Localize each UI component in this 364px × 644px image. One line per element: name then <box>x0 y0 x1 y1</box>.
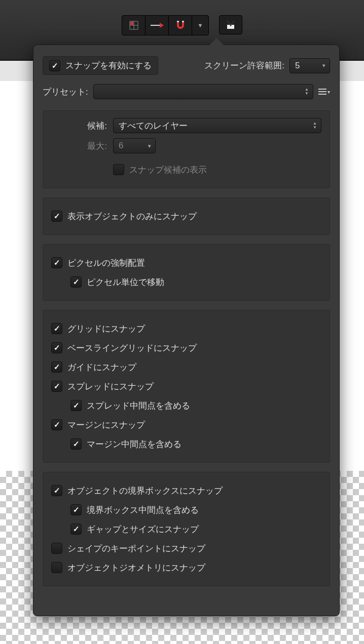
snap-margins-checkbox[interactable] <box>51 419 62 430</box>
svg-rect-9 <box>177 21 179 22</box>
tolerance-label: スクリーン許容範囲: <box>204 60 284 71</box>
max-label: 最大: <box>51 140 107 152</box>
spread-midpoint-checkbox[interactable] <box>70 400 82 411</box>
assistant-button[interactable] <box>219 15 242 34</box>
svg-marker-8 <box>160 23 164 28</box>
arrow-snap-icon <box>151 21 164 29</box>
chevron-down-icon: ▼ <box>198 22 203 28</box>
snap-gaps-label: ギャップとサイズにスナップ <box>87 524 199 535</box>
snap-tool-group: ▼ <box>122 15 209 35</box>
tolerance-value: 5 <box>295 61 300 71</box>
tuxedo-icon <box>226 20 235 30</box>
svg-rect-6 <box>130 22 133 25</box>
grid-button[interactable] <box>122 16 145 35</box>
snap-gaps-checkbox[interactable] <box>70 524 82 535</box>
updown-icon: ▲▼ <box>305 88 309 96</box>
bbox-midpoint-label: 境界ボックス中間点を含める <box>87 504 199 516</box>
visible-only-label: 表示オブジェクトのみにスナップ <box>67 211 197 222</box>
snap-dropdown-button[interactable]: ▼ <box>192 16 208 35</box>
enable-snapping-container: スナップを有効にする <box>43 56 158 75</box>
candidates-section: 候補: すべてのレイヤー ▲▼ 最大: 6 スナップ候補の表示 <box>43 110 330 188</box>
spread-midpoint-label: スプレッド中間点を含める <box>87 400 190 412</box>
snap-geometry-checkbox[interactable] <box>51 562 62 573</box>
candidates-select[interactable]: すべてのレイヤー ▲▼ <box>113 118 321 133</box>
toolbar: ▼ <box>0 15 364 35</box>
max-select[interactable]: 6 <box>113 138 156 153</box>
snap-baseline-checkbox[interactable] <box>51 342 62 353</box>
tolerance-select[interactable]: 5 <box>289 58 330 73</box>
preset-menu-button[interactable]: ▾ <box>318 89 330 95</box>
snap-grid-checkbox[interactable] <box>51 323 62 334</box>
object-snap-section: オブジェクトの境界ボックスにスナップ 境界ボックス中間点を含める ギャップとサイ… <box>43 472 330 586</box>
candidates-label: 候補: <box>51 120 107 132</box>
force-pixel-checkbox[interactable] <box>51 257 62 268</box>
pixel-section: ピクセルの強制配置 ピクセル単位で移動 <box>43 244 330 301</box>
svg-rect-10 <box>182 21 184 22</box>
snap-margins-label: マージンにスナップ <box>67 419 145 431</box>
snap-guides-checkbox[interactable] <box>51 361 62 373</box>
grid-icon <box>129 20 139 30</box>
snapping-popover: スナップを有効にする スクリーン許容範囲: 5 プリセット: ▲▼ ▾ 候補: … <box>33 45 340 616</box>
max-value: 6 <box>119 141 123 151</box>
updown-icon: ▲▼ <box>313 122 317 130</box>
force-pixel-label: ピクセルの強制配置 <box>67 257 145 269</box>
snap-keypoints-label: シェイプのキーポイントにスナップ <box>67 543 205 554</box>
snap-bbox-checkbox[interactable] <box>51 485 62 496</box>
snap-guides-label: ガイドにスナップ <box>67 361 136 373</box>
show-candidates-checkbox[interactable] <box>113 164 124 175</box>
arrow-snap-button[interactable] <box>145 16 169 35</box>
hamburger-icon <box>318 89 326 95</box>
visible-only-section: 表示オブジェクトのみにスナップ <box>43 197 330 235</box>
bbox-midpoint-checkbox[interactable] <box>70 504 82 515</box>
margins-midpoint-label: マージン中間点を含める <box>87 438 181 450</box>
snap-bbox-label: オブジェクトの境界ボックスにスナップ <box>67 485 223 497</box>
margins-midpoint-checkbox[interactable] <box>70 438 82 450</box>
snap-spread-label: スプレッドにスナップ <box>67 381 154 392</box>
popover-arrow <box>208 38 225 46</box>
preset-select[interactable]: ▲▼ <box>93 84 313 99</box>
show-candidates-label: スナップ候補の表示 <box>129 164 207 176</box>
magnet-button[interactable] <box>169 16 192 35</box>
magnet-icon <box>175 20 186 31</box>
preset-label: プリセット: <box>43 86 88 98</box>
snap-baseline-label: ベースライングリッドにスナップ <box>67 342 197 354</box>
move-by-pixel-checkbox[interactable] <box>70 276 82 288</box>
snap-keypoints-checkbox[interactable] <box>51 543 62 554</box>
snap-grid-label: グリッドにスナップ <box>67 323 145 335</box>
grid-snap-section: グリッドにスナップ ベースライングリッドにスナップ ガイドにスナップ スプレッド… <box>43 310 330 463</box>
svg-point-11 <box>230 25 232 26</box>
snap-geometry-label: オブジェクトジオメトリにスナップ <box>67 562 205 574</box>
chevron-down-icon: ▾ <box>327 89 330 95</box>
enable-snapping-label: スナップを有効にする <box>65 60 152 71</box>
visible-only-checkbox[interactable] <box>51 211 62 222</box>
candidates-value: すべてのレイヤー <box>119 120 188 132</box>
enable-snapping-checkbox[interactable] <box>49 60 60 71</box>
snap-spread-checkbox[interactable] <box>51 381 62 392</box>
move-by-pixel-label: ピクセル単位で移動 <box>87 276 164 288</box>
